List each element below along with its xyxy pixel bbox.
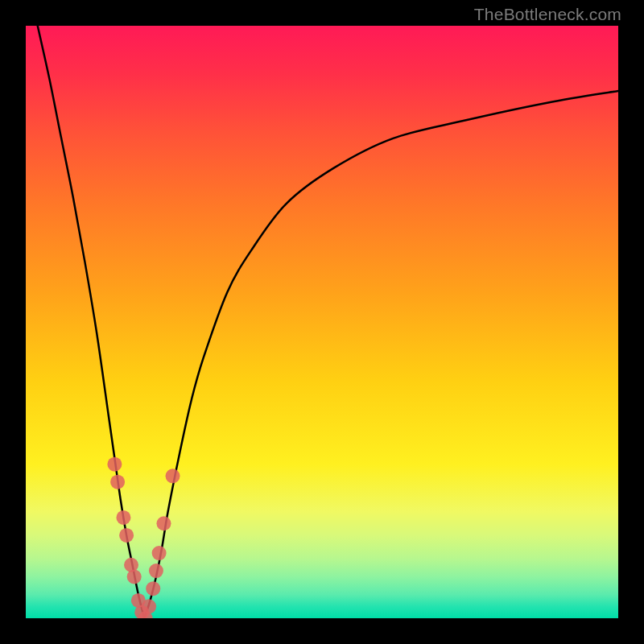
sample-dot: [110, 475, 125, 489]
plot-area: [26, 26, 618, 618]
sample-dot: [116, 510, 130, 525]
sample-dot: [156, 516, 171, 530]
sample-dot: [142, 599, 156, 613]
sample-dot: [107, 457, 122, 472]
sample-dot: [152, 546, 167, 560]
sample-dot: [166, 469, 180, 483]
curve-overlay: [26, 26, 618, 618]
chart-frame: TheBottleneck.com: [0, 0, 644, 644]
watermark-text: TheBottleneck.com: [474, 5, 621, 24]
sample-dot: [149, 564, 163, 578]
sample-dot: [119, 528, 134, 543]
sample-dot: [127, 569, 142, 584]
curve-right-branch: [144, 91, 618, 618]
sample-dot: [146, 581, 160, 596]
sample-dots: [107, 457, 180, 618]
